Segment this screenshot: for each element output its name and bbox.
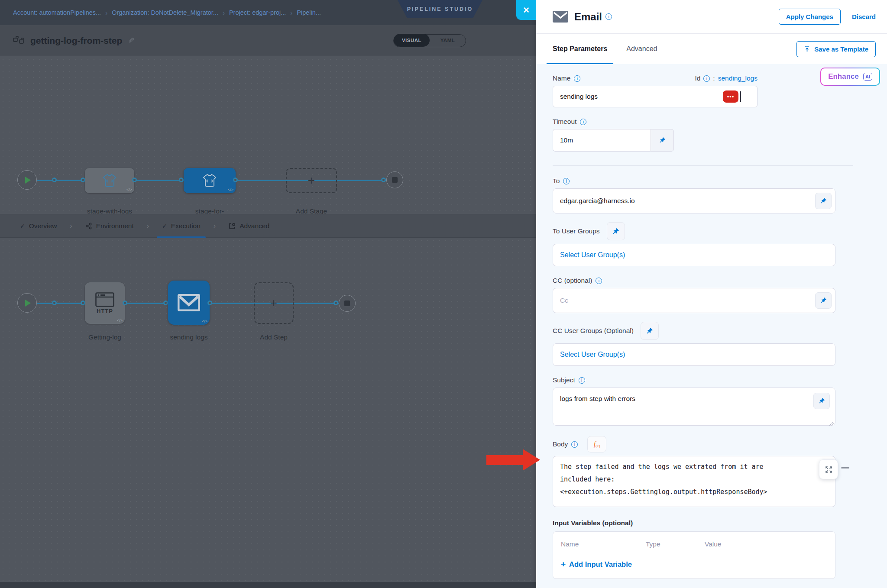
connector-dot xyxy=(163,300,168,305)
breadcrumb-account-link[interactable]: Account: automationPipelines... xyxy=(13,9,101,16)
timeout-label-row: Timeout xyxy=(553,117,887,126)
discard-button[interactable]: Discard xyxy=(852,13,876,20)
save-as-template-button[interactable]: Save as Template xyxy=(796,41,876,57)
cc-input[interactable] xyxy=(553,288,835,313)
body-field-wrap: The step failed and the logs we extrated… xyxy=(553,456,835,509)
pipeline-titlebar: getting-log-from-step VISUAL YAML xyxy=(0,25,536,56)
annotation-arrow-head xyxy=(523,449,540,471)
step-node-getting-log[interactable]: HTTP xyxy=(85,282,125,324)
add-step-label: Add Step xyxy=(248,332,300,343)
close-panel-button[interactable] xyxy=(516,0,536,20)
plus-icon xyxy=(561,559,566,569)
info-icon[interactable] xyxy=(571,441,578,448)
email-step-icon xyxy=(178,294,200,311)
name-label-row: Name xyxy=(553,74,580,83)
timeout-input[interactable] xyxy=(553,129,651,152)
step-node-sending-logs-selected[interactable] xyxy=(168,281,210,325)
subject-textarea[interactable]: logs from step with errors xyxy=(553,388,835,426)
panel-header: Email Apply Changes Discard xyxy=(536,0,887,34)
info-icon[interactable] xyxy=(596,278,602,284)
select-user-groups-link[interactable]: Select User Group(s) xyxy=(560,351,625,359)
input-variables-card: Name Type Value Add Input Variable xyxy=(553,531,835,579)
expression-fx-button[interactable] xyxy=(587,436,606,452)
subject-field-wrap: logs from step with errors xyxy=(553,388,835,427)
fixed-value-pin-button[interactable] xyxy=(813,393,830,409)
to-user-groups-select[interactable]: Select User Group(s) xyxy=(553,244,835,266)
connector-dot xyxy=(233,178,238,182)
code-corner-icon xyxy=(126,187,132,192)
plus-icon xyxy=(308,174,315,187)
select-user-groups-link[interactable]: Select User Group(s) xyxy=(560,251,625,259)
column-header-type: Type xyxy=(646,540,705,548)
info-icon[interactable] xyxy=(563,178,570,184)
stage-node-stage-with-logs[interactable] xyxy=(85,168,134,193)
visual-yaml-toggle: VISUAL YAML xyxy=(393,34,466,47)
breadcrumb-pipeline-link[interactable]: Pipelin... xyxy=(297,9,321,16)
apply-changes-button[interactable]: Apply Changes xyxy=(779,9,841,25)
grammar-check-badge-icon[interactable] xyxy=(723,90,738,103)
info-icon[interactable] xyxy=(574,75,580,82)
tab-step-parameters[interactable]: Step Parameters xyxy=(553,34,607,64)
toggle-visual[interactable]: VISUAL xyxy=(394,34,430,47)
fixed-value-pin-button[interactable] xyxy=(607,222,625,240)
step-label: sending logs xyxy=(159,332,218,343)
info-icon[interactable] xyxy=(605,13,612,20)
breadcrumb-organization-link[interactable]: Organization: DoNotDelete_Migrator... xyxy=(112,9,218,16)
add-stage-button[interactable] xyxy=(286,168,337,193)
add-input-variable-label: Add Input Variable xyxy=(569,560,632,569)
toggle-yaml[interactable]: YAML xyxy=(430,34,466,47)
breadcrumb-project-link[interactable]: Project: edgar-proj... xyxy=(229,9,286,16)
info-icon[interactable] xyxy=(580,119,586,125)
info-icon[interactable] xyxy=(703,75,710,82)
stop-icon xyxy=(344,300,350,306)
column-header-value: Value xyxy=(705,540,722,548)
pin-icon xyxy=(820,297,827,304)
panel-tabs: Step Parameters Advanced Save as Templat… xyxy=(536,34,887,64)
tab-overview[interactable]: Overview xyxy=(18,214,58,237)
subject-label-row: Subject xyxy=(553,375,887,385)
name-id-row: Name Id : sending_logs xyxy=(553,74,758,83)
to-label-row: To xyxy=(553,176,887,186)
scrollbar-thumb[interactable] xyxy=(841,467,849,468)
to-input[interactable] xyxy=(553,188,835,213)
pipeline-stage-tabs: Overview Environment Execution xyxy=(0,214,536,238)
step-end-node xyxy=(339,295,356,312)
canvas-bottom-bar xyxy=(0,582,536,588)
enhance-ai-button[interactable]: Enhance AI xyxy=(820,68,880,86)
body-textarea[interactable]: The step failed and the logs we extrated… xyxy=(553,456,835,507)
resize-handle[interactable] xyxy=(829,421,834,426)
tab-execution-active[interactable]: Execution xyxy=(160,214,202,237)
pin-icon xyxy=(612,228,619,235)
cc-user-groups-label: CC User Groups (Optional) xyxy=(553,326,634,336)
step-graph-canvas: HTTP Getting-log sending l xyxy=(0,238,536,581)
to-field-wrap xyxy=(553,188,835,213)
add-input-variable-button[interactable]: Add Input Variable xyxy=(561,559,827,569)
section-divider xyxy=(553,165,853,166)
body-label-row: Body xyxy=(553,436,887,452)
tab-overview-label: Overview xyxy=(29,222,57,230)
fixed-value-pin-button[interactable] xyxy=(815,193,832,209)
tab-environment[interactable]: Environment xyxy=(84,214,136,237)
chevron-right-icon xyxy=(223,9,225,16)
edit-pencil-icon[interactable] xyxy=(128,36,135,45)
advanced-icon xyxy=(229,223,236,229)
to-user-groups-label: To User Groups xyxy=(553,226,600,236)
fixed-value-pin-button[interactable] xyxy=(815,292,832,309)
tab-advanced[interactable]: Advanced xyxy=(227,214,271,237)
tab-execution-label: Execution xyxy=(171,222,201,230)
timeout-label: Timeout xyxy=(553,118,576,126)
stage-node-stage-for-getting-logs-selected[interactable] xyxy=(184,168,236,193)
expand-editor-button[interactable] xyxy=(819,459,838,479)
add-step-button[interactable] xyxy=(254,282,294,324)
info-icon[interactable] xyxy=(579,377,585,384)
connector-dot xyxy=(333,300,338,305)
fixed-value-pin-button[interactable] xyxy=(641,322,659,340)
fixed-value-pin-button[interactable] xyxy=(651,129,674,152)
text-caret xyxy=(740,91,741,102)
pin-icon xyxy=(646,327,653,335)
connector-dot xyxy=(52,178,57,182)
check-icon xyxy=(20,223,25,229)
cc-user-groups-select[interactable]: Select User Group(s) xyxy=(553,343,835,366)
tab-advanced[interactable]: Advanced xyxy=(626,34,657,64)
pipeline-canvas-side: Account: automationPipelines... Organiza… xyxy=(0,0,536,588)
